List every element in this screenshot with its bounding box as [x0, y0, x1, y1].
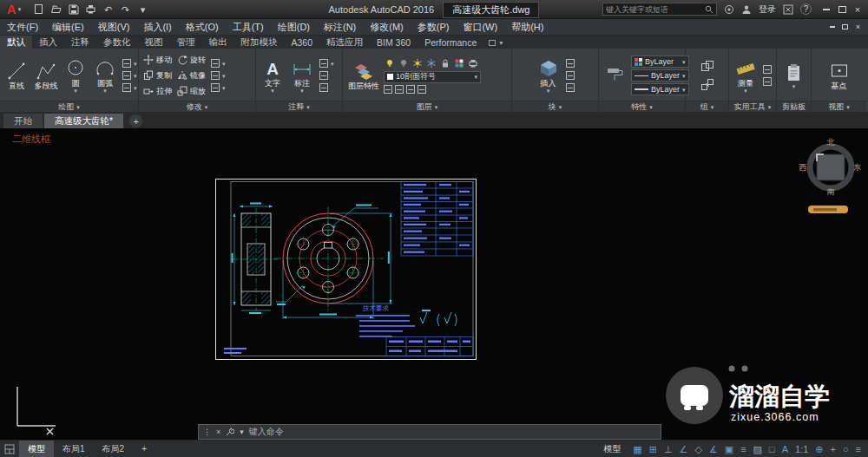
layer-thaw-icon[interactable] [411, 58, 423, 69]
polar-tracking-icon[interactable]: ∠ [680, 441, 688, 457]
ribbon-tab-view[interactable]: 视图 [138, 36, 170, 49]
file-tab-drawing[interactable]: 高速级大齿轮* [44, 114, 123, 128]
panel-title-draw[interactable]: 绘图▾ [0, 101, 138, 112]
layer-lock-icon[interactable] [439, 58, 450, 69]
viewcube[interactable]: 北 西 东 南 [799, 138, 862, 196]
model-space-canvas[interactable]: 二维线框 [0, 128, 868, 440]
layer-plot-icon[interactable] [467, 58, 478, 69]
selection-cycling-icon[interactable]: □ [769, 441, 775, 457]
object-snap-tracking-icon[interactable]: ∡ [709, 441, 718, 457]
close-button[interactable]: × [850, 3, 865, 16]
layer-off-icon[interactable] [398, 58, 409, 69]
object-snap-icon[interactable]: ▣ [725, 441, 733, 457]
menu-view[interactable]: 视图(V) [91, 19, 137, 35]
menu-help[interactable]: 帮助(H) [504, 19, 550, 35]
ortho-mode-icon[interactable]: ⊥ [664, 441, 673, 457]
ribbon-collapse-caret-icon[interactable]: ▾ [499, 39, 503, 47]
measure-button[interactable]: 测量 ▾ [732, 58, 760, 94]
command-customize-icon[interactable] [226, 428, 234, 436]
base-point-button[interactable]: 基点 [825, 61, 853, 90]
ribbon-tab-featured-apps[interactable]: 精选应用 [319, 36, 370, 49]
search-input[interactable] [606, 5, 702, 14]
panel-title-annotation[interactable]: 注释▾ [256, 101, 342, 112]
navigation-bar-pill[interactable] [808, 206, 848, 213]
array-tool-icon[interactable] [211, 83, 220, 92]
edit-block-icon[interactable] [566, 71, 575, 80]
menu-modify[interactable]: 修改(M) [363, 19, 411, 35]
a360-icon[interactable] [724, 4, 734, 15]
recent-commands-caret-icon[interactable]: ▾ [240, 428, 244, 436]
annotation-scale-button[interactable]: 1:1 [795, 441, 808, 457]
ribbon-collapse-icon[interactable] [489, 40, 496, 46]
trim-tool-icon[interactable] [211, 59, 220, 68]
match-properties-button[interactable] [602, 65, 629, 86]
dimension-button[interactable]: 标注 ▾ [288, 58, 316, 94]
panel-title-layers[interactable]: 图层▾ [343, 101, 511, 112]
layer-select-dropdown[interactable]: 10剖面符号 ▾ [384, 71, 481, 83]
insert-block-button[interactable]: 插入 ▾ [535, 58, 562, 94]
transparency-icon[interactable]: ▨ [753, 441, 762, 457]
layer-color-icon[interactable] [453, 58, 464, 69]
move-button[interactable]: 移动 [141, 52, 174, 68]
hatch-tool-icon[interactable] [122, 71, 131, 80]
panel-title-view[interactable]: 视图▾ [812, 101, 866, 112]
menu-file[interactable]: 文件(F) [0, 19, 45, 35]
stretch-button[interactable]: 拉伸 [141, 83, 174, 99]
leader-tool-icon[interactable] [319, 59, 328, 68]
object-color-dropdown[interactable]: ByLayer ▾ [631, 55, 689, 68]
panel-title-block[interactable]: 块▾ [512, 101, 598, 112]
ribbon-tab-addins[interactable]: 附加模块 [234, 36, 285, 49]
workspace-switching-icon[interactable]: ⊕ [815, 441, 823, 457]
viewport-visual-style-control[interactable]: 二维线框 [12, 133, 50, 146]
ungroup-button[interactable] [700, 78, 714, 92]
panel-title-groups[interactable]: 组▾ [686, 101, 728, 112]
layer-properties-button[interactable]: 图层特性 [345, 61, 382, 90]
search-icon[interactable] [705, 5, 713, 14]
isometric-drafting-icon[interactable]: ◇ [694, 441, 701, 457]
layer-freeze-icon[interactable] [425, 58, 437, 69]
annotation-visibility-icon[interactable]: A [782, 441, 788, 457]
doc-minimize-button[interactable] [825, 21, 838, 33]
table-tool-icon[interactable] [319, 71, 328, 80]
layer-previous-icon[interactable] [395, 85, 404, 94]
text-flyout-caret-icon[interactable]: ▾ [271, 88, 274, 94]
user-icon[interactable] [741, 4, 752, 15]
paste-flyout-caret-icon[interactable]: ▾ [792, 83, 796, 89]
circle-flyout-caret-icon[interactable]: ▾ [74, 88, 77, 94]
snap-mode-icon[interactable]: ⊞ [649, 441, 657, 457]
model-paper-toggle[interactable]: 模型 [598, 443, 626, 455]
measure-flyout-caret-icon[interactable]: ▾ [744, 88, 747, 94]
doc-close-button[interactable]: × [852, 21, 865, 33]
menu-tools[interactable]: 工具(T) [226, 19, 271, 35]
layout-browser-icon[interactable] [0, 444, 19, 454]
ribbon-tab-performance[interactable]: Performance [418, 36, 483, 49]
command-grip-icon[interactable]: ⋮ [203, 428, 211, 436]
ribbon-tab-annotate[interactable]: 注释 [64, 36, 96, 49]
rotate-button[interactable]: 旋转 [175, 52, 207, 68]
text-style-tool-icon[interactable] [319, 83, 328, 92]
maximize-button[interactable] [834, 3, 850, 16]
create-block-icon[interactable] [566, 59, 575, 68]
menu-window[interactable]: 窗口(W) [456, 19, 504, 35]
help-icon[interactable]: ? [800, 3, 812, 15]
tab-model[interactable]: 模型 [19, 441, 54, 457]
copy-button[interactable]: 复制 [141, 68, 174, 83]
tab-layout2[interactable]: 布局2 [94, 441, 134, 457]
id-point-icon[interactable] [763, 77, 772, 86]
layer-isolate-icon[interactable] [406, 85, 415, 94]
block-attributes-icon[interactable] [566, 83, 575, 92]
new-layout-button[interactable]: + [133, 441, 155, 457]
layer-on-icon[interactable] [384, 58, 395, 69]
quick-select-icon[interactable] [763, 65, 772, 74]
menu-format[interactable]: 格式(O) [179, 19, 226, 35]
ribbon-tab-home[interactable]: 默认 [0, 36, 32, 49]
menu-draw[interactable]: 绘图(D) [271, 19, 317, 35]
ribbon-tab-a360[interactable]: A360 [285, 36, 320, 49]
tab-layout1[interactable]: 布局1 [54, 441, 94, 457]
lineweight-dropdown[interactable]: ByLayer ▾ [631, 83, 689, 95]
fillet-tool-icon[interactable] [211, 71, 220, 80]
panel-title-modify[interactable]: 修改▾ [139, 101, 255, 112]
annotation-monitor-icon[interactable]: + [830, 441, 835, 457]
dimension-flyout-caret-icon[interactable]: ▾ [300, 88, 304, 94]
polyline-button[interactable]: 多段线 [32, 61, 60, 90]
